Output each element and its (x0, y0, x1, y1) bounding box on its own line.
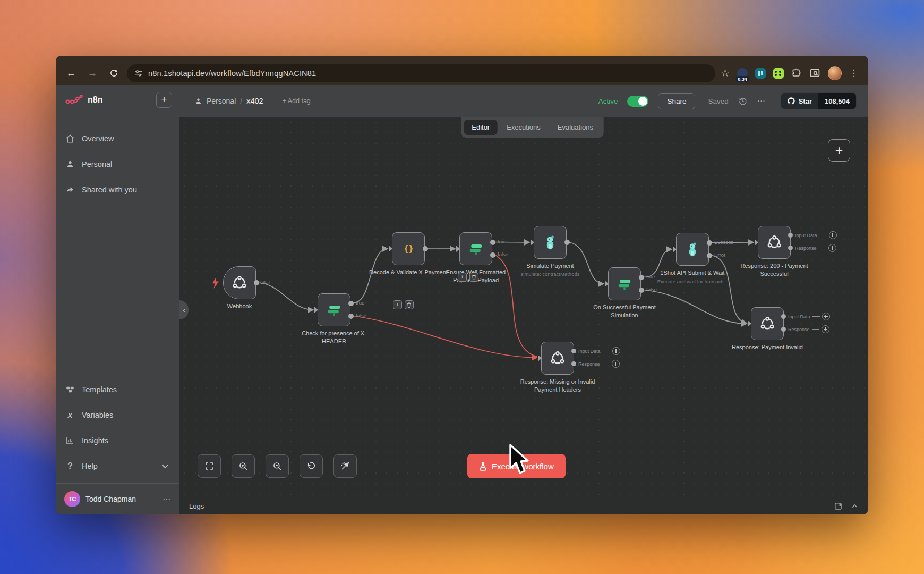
active-toggle[interactable] (627, 96, 648, 107)
output-port-false[interactable] (639, 288, 644, 293)
workflow-name[interactable]: x402 (246, 97, 263, 105)
tidy-up-button[interactable] (333, 454, 357, 478)
user-avatar: TC (64, 491, 80, 507)
input-port[interactable] (755, 239, 758, 246)
input-port[interactable] (314, 307, 318, 313)
sidebar-item-templates[interactable]: Templates (56, 377, 179, 402)
output-port[interactable] (781, 327, 786, 332)
sidebar-item-label: Templates (82, 385, 117, 394)
delete-connection-icon[interactable] (405, 300, 414, 309)
teal-extension-icon[interactable] (755, 68, 766, 79)
zoom-in-button[interactable] (232, 454, 255, 478)
add-connection-icon[interactable] (822, 313, 830, 320)
webhook-icon (232, 275, 247, 291)
output-port-success[interactable] (707, 240, 712, 246)
sidebar-item-help[interactable]: ? Help (56, 453, 179, 479)
connection-label: GET (260, 279, 271, 285)
node-simulate-payment[interactable]: Simulate Payment simulate: contractMetho… (534, 226, 567, 259)
undo-button[interactable] (300, 454, 323, 478)
output-port-true[interactable] (490, 240, 495, 245)
workflow-canvas[interactable]: Editor Executions Evaluations + ‹ (179, 117, 868, 497)
chevron-up-icon[interactable] (851, 502, 859, 510)
node-label: Check for presence of X-HEADER (294, 330, 374, 345)
node-decode-validate[interactable]: { } Decode & Validate X-Payment (392, 232, 425, 265)
output-port[interactable] (564, 240, 570, 245)
node-response-missing-headers[interactable]: Input Data Response Response: Missing or… (541, 342, 574, 375)
browser-profile-avatar[interactable] (828, 66, 842, 80)
output-port-false[interactable] (490, 252, 495, 258)
node-response-payment-invalid[interactable]: Input Data Response Response: Payment In… (751, 307, 784, 340)
node-on-successful-simulation[interactable]: On Successful Payment Simulation (608, 267, 641, 300)
add-connection-icon[interactable] (612, 360, 620, 368)
user-options-icon[interactable]: ⋯ (162, 494, 171, 504)
input-port[interactable] (673, 246, 677, 252)
output-port[interactable] (571, 361, 576, 366)
output-port[interactable] (571, 349, 576, 353)
port-connector (819, 248, 826, 249)
history-icon[interactable] (738, 96, 748, 106)
input-port[interactable] (531, 239, 534, 246)
output-port-true[interactable] (639, 275, 644, 280)
add-connection-icon[interactable] (829, 231, 837, 239)
wallet-extension-icon[interactable]: 0.34 (737, 68, 748, 79)
node-oneshot-submit-wait[interactable]: 1Shot API Submit & Wait Execute and wait… (676, 233, 709, 266)
add-connection-icon[interactable] (822, 325, 829, 333)
workflow-menu-icon[interactable]: ⋯ (757, 96, 766, 106)
node-response-200[interactable]: Input Data Response Response: 200 - Paym… (758, 226, 791, 259)
site-settings-icon[interactable] (134, 69, 143, 78)
bookmark-star-icon[interactable]: ☆ (721, 67, 730, 79)
active-label: Active (598, 97, 618, 105)
green-extension-icon[interactable] (773, 68, 784, 79)
add-connection-icon[interactable] (828, 244, 836, 252)
fit-view-button[interactable] (198, 454, 221, 478)
dot (775, 71, 777, 73)
output-port-false[interactable] (348, 314, 354, 319)
add-node-on-connection-icon[interactable]: + (393, 300, 402, 309)
zoom-out-button[interactable] (266, 454, 289, 478)
open-in-new-panel-icon[interactable] (834, 502, 842, 510)
connection-label: false (646, 286, 657, 292)
sidebar-item-personal[interactable]: Personal (56, 151, 179, 177)
delete-connection-icon[interactable] (469, 273, 478, 282)
share-button[interactable]: Share (658, 93, 695, 109)
logs-panel-header[interactable]: Logs (179, 497, 868, 514)
output-port-error[interactable] (707, 253, 712, 258)
switch-icon (617, 276, 632, 292)
input-port[interactable] (389, 246, 392, 252)
node-ensure-formatted[interactable]: Ensure Well Formatted Payment Payload (459, 232, 492, 265)
github-star-widget[interactable]: Star 108,504 (781, 92, 857, 109)
browser-menu-icon[interactable]: ⋮ (849, 67, 859, 79)
add-node-on-connection-icon[interactable]: + (458, 273, 467, 282)
output-port[interactable] (788, 233, 793, 238)
add-tag-button[interactable]: + Add tag (283, 97, 311, 105)
output-port[interactable] (423, 246, 428, 251)
url-text[interactable]: n8n.1shotapi.dev/workflow/EfbdYnnqgNACIN… (148, 69, 316, 78)
reload-icon[interactable] (106, 65, 122, 81)
user-menu[interactable]: TC Todd Chapman ⋯ (56, 483, 179, 514)
sidebar-item-overview[interactable]: Overview (56, 126, 179, 151)
output-port[interactable] (788, 246, 793, 250)
side-panel-search-icon[interactable] (809, 67, 820, 79)
node-label: Webhook (200, 302, 279, 310)
input-port[interactable] (538, 355, 542, 361)
sidebar-item-insights[interactable]: Insights (56, 428, 179, 453)
breadcrumb-project[interactable]: Personal (207, 97, 236, 105)
new-workflow-button[interactable]: + (156, 92, 172, 108)
output-port[interactable] (254, 280, 259, 285)
output-port[interactable] (781, 314, 786, 319)
input-port[interactable] (605, 281, 609, 287)
url-bar[interactable]: n8n.1shotapi.dev/workflow/EfbdYnnqgNACIN… (127, 64, 715, 82)
input-port[interactable] (748, 320, 751, 327)
add-connection-icon[interactable] (612, 347, 620, 355)
input-port[interactable] (456, 246, 460, 252)
back-icon[interactable]: ← (63, 65, 79, 81)
forward-icon[interactable]: → (84, 65, 100, 81)
toggle-knob (638, 97, 647, 106)
output-port-true[interactable] (348, 301, 354, 306)
node-check-x-header[interactable]: Check for presence of X-HEADER (318, 293, 350, 326)
node-webhook[interactable]: Webhook (223, 266, 256, 299)
sidebar-item-variables[interactable]: x Variables (56, 402, 179, 428)
dot (779, 71, 781, 73)
sidebar-item-shared[interactable]: Shared with you (56, 177, 179, 202)
extensions-puzzle-icon[interactable] (791, 68, 802, 79)
